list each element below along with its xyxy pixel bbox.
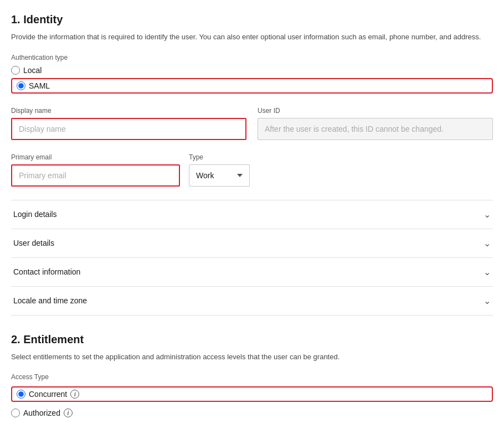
user-id-field: User ID (258, 107, 493, 140)
display-name-field: Display name (11, 107, 246, 140)
authorized-radio[interactable] (11, 409, 20, 417)
primary-email-label: Primary email (11, 153, 180, 161)
auth-saml-box: SAML (11, 78, 493, 94)
accordion-label-contact: Contact information (13, 267, 80, 276)
accordion-item-user-details: User details ⌄ (11, 229, 493, 257)
accordion-item-login: Login details ⌄ (11, 200, 493, 229)
entitlement-section-title: 2. Entitlement (11, 333, 493, 346)
concurrent-option[interactable]: Concurrent i (17, 390, 79, 399)
accordion-header-locale[interactable]: Locale and time zone ⌄ (11, 287, 493, 315)
authorized-info-icon[interactable]: i (64, 409, 73, 417)
auth-local-option[interactable]: Local (11, 66, 493, 75)
accordion-header-contact[interactable]: Contact information ⌄ (11, 258, 493, 286)
access-type-label: Access Type (11, 373, 493, 381)
concurrent-info-icon[interactable]: i (70, 390, 79, 399)
auth-saml-label: SAML (29, 81, 50, 90)
concurrent-radio[interactable] (17, 390, 25, 399)
accordion-label-user-details: User details (13, 239, 54, 247)
auth-saml-radio[interactable] (17, 81, 25, 90)
concurrent-box: Concurrent i (11, 386, 493, 402)
access-type-radio-group: Concurrent i Authorized i (11, 386, 493, 417)
display-name-input[interactable] (11, 118, 246, 140)
entitlement-section-description: Select entitlements to set the applicati… (11, 352, 493, 363)
auth-type-label: Authentication type (11, 54, 493, 61)
chevron-down-icon-locale: ⌄ (484, 296, 491, 306)
email-type-select[interactable]: Work Home Other (189, 164, 250, 187)
email-type-label: Type (189, 153, 250, 161)
identity-section-title: 1. Identity (11, 13, 493, 26)
email-type-field: Type Work Home Other (189, 153, 250, 187)
identity-section-description: Provide the information that is required… (11, 32, 493, 43)
accordion-item-locale: Locale and time zone ⌄ (11, 286, 493, 316)
accordion-section: Login details ⌄ User details ⌄ Contact i… (11, 200, 493, 316)
authorized-option[interactable]: Authorized i (11, 409, 493, 417)
auth-saml-option[interactable]: SAML (17, 81, 50, 90)
auth-local-radio[interactable] (11, 66, 20, 75)
auth-local-label: Local (23, 66, 42, 75)
user-id-label: User ID (258, 107, 493, 115)
accordion-label-login: Login details (13, 210, 57, 219)
chevron-down-icon-contact: ⌄ (484, 267, 491, 277)
primary-email-field: Primary email (11, 153, 180, 187)
accordion-header-login[interactable]: Login details ⌄ (11, 200, 493, 229)
authorized-label: Authorized (23, 409, 60, 417)
display-name-label: Display name (11, 107, 246, 115)
display-name-user-id-row: Display name User ID (11, 107, 493, 140)
concurrent-label: Concurrent (29, 390, 67, 399)
authentication-type-section: Authentication type Local SAML (11, 54, 493, 94)
chevron-down-icon-login: ⌄ (484, 209, 491, 220)
entitlement-section: 2. Entitlement Select entitlements to se… (11, 333, 493, 418)
primary-email-row: Primary email Type Work Home Other (11, 153, 493, 187)
accordion-label-locale: Locale and time zone (13, 296, 87, 305)
accordion-header-user-details[interactable]: User details ⌄ (11, 229, 493, 257)
accordion-item-contact: Contact information ⌄ (11, 257, 493, 286)
auth-type-radio-group: Local SAML (11, 66, 493, 94)
chevron-down-icon-user-details: ⌄ (484, 238, 491, 249)
primary-email-input[interactable] (11, 164, 180, 187)
user-id-input[interactable] (258, 118, 493, 140)
